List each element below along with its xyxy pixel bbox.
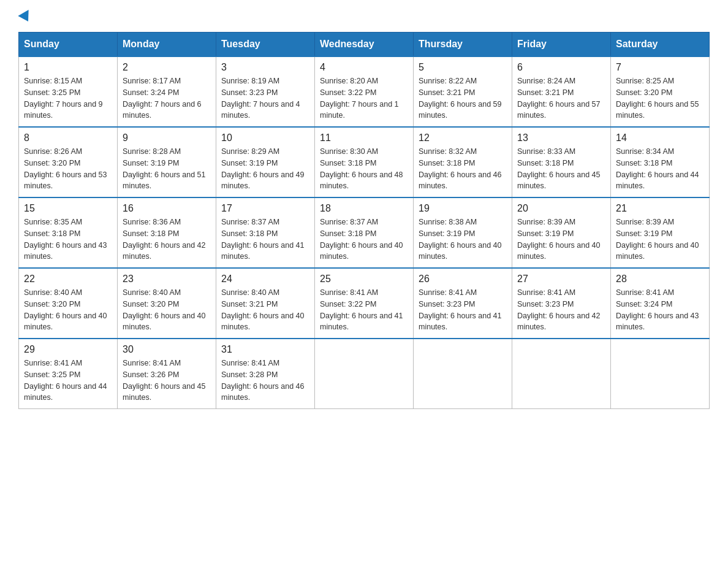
day-number: 28 [616, 274, 704, 285]
day-info: Sunrise: 8:24 AMSunset: 3:21 PMDaylight:… [517, 75, 605, 121]
header-tuesday: Tuesday [216, 33, 315, 57]
day-info: Sunrise: 8:41 AMSunset: 3:23 PMDaylight:… [419, 287, 507, 333]
calendar-table: Sunday Monday Tuesday Wednesday Thursday… [18, 32, 710, 409]
day-number: 7 [616, 62, 704, 73]
day-number: 18 [320, 203, 408, 214]
table-row: 7Sunrise: 8:25 AMSunset: 3:20 PMDaylight… [611, 56, 710, 127]
day-info: Sunrise: 8:41 AMSunset: 3:26 PMDaylight:… [123, 358, 211, 404]
day-number: 16 [123, 203, 211, 214]
table-row: 25Sunrise: 8:41 AMSunset: 3:22 PMDayligh… [315, 268, 414, 339]
table-row: 14Sunrise: 8:34 AMSunset: 3:18 PMDayligh… [611, 127, 710, 197]
day-number: 6 [517, 62, 605, 73]
table-row: 1Sunrise: 8:15 AMSunset: 3:25 PMDaylight… [19, 56, 118, 127]
table-row: 15Sunrise: 8:35 AMSunset: 3:18 PMDayligh… [19, 197, 118, 268]
day-info: Sunrise: 8:34 AMSunset: 3:18 PMDaylight:… [616, 146, 704, 192]
day-info: Sunrise: 8:41 AMSunset: 3:23 PMDaylight:… [517, 287, 605, 333]
calendar-week-row: 29Sunrise: 8:41 AMSunset: 3:25 PMDayligh… [19, 339, 710, 409]
table-row [512, 339, 611, 409]
day-info: Sunrise: 8:20 AMSunset: 3:22 PMDaylight:… [320, 75, 408, 121]
logo [18, 12, 33, 22]
day-info: Sunrise: 8:22 AMSunset: 3:21 PMDaylight:… [419, 75, 507, 121]
day-info: Sunrise: 8:17 AMSunset: 3:24 PMDaylight:… [123, 75, 211, 121]
header-monday: Monday [118, 33, 216, 57]
table-row: 22Sunrise: 8:40 AMSunset: 3:20 PMDayligh… [19, 268, 118, 339]
table-row: 28Sunrise: 8:41 AMSunset: 3:24 PMDayligh… [611, 268, 710, 339]
day-number: 22 [24, 274, 112, 285]
day-info: Sunrise: 8:37 AMSunset: 3:18 PMDaylight:… [320, 216, 408, 262]
day-number: 27 [517, 274, 605, 285]
table-row: 12Sunrise: 8:32 AMSunset: 3:18 PMDayligh… [414, 127, 512, 197]
day-number: 14 [616, 132, 704, 144]
day-number: 29 [24, 344, 112, 355]
day-info: Sunrise: 8:33 AMSunset: 3:18 PMDaylight:… [517, 146, 605, 192]
table-row: 3Sunrise: 8:19 AMSunset: 3:23 PMDaylight… [216, 56, 315, 127]
day-info: Sunrise: 8:40 AMSunset: 3:21 PMDaylight:… [221, 287, 309, 333]
day-number: 2 [123, 62, 211, 73]
day-number: 23 [123, 274, 211, 285]
day-number: 20 [517, 203, 605, 214]
day-info: Sunrise: 8:41 AMSunset: 3:24 PMDaylight:… [616, 287, 704, 333]
day-info: Sunrise: 8:29 AMSunset: 3:19 PMDaylight:… [221, 146, 309, 192]
page-header [18, 12, 710, 22]
calendar-week-row: 8Sunrise: 8:26 AMSunset: 3:20 PMDaylight… [19, 127, 710, 197]
table-row: 18Sunrise: 8:37 AMSunset: 3:18 PMDayligh… [315, 197, 414, 268]
table-row: 16Sunrise: 8:36 AMSunset: 3:18 PMDayligh… [118, 197, 216, 268]
day-info: Sunrise: 8:26 AMSunset: 3:20 PMDaylight:… [24, 146, 112, 192]
day-number: 12 [419, 132, 507, 144]
day-info: Sunrise: 8:39 AMSunset: 3:19 PMDaylight:… [517, 216, 605, 262]
day-number: 31 [221, 344, 309, 355]
day-info: Sunrise: 8:40 AMSunset: 3:20 PMDaylight:… [123, 287, 211, 333]
day-info: Sunrise: 8:41 AMSunset: 3:22 PMDaylight:… [320, 287, 408, 333]
day-info: Sunrise: 8:40 AMSunset: 3:20 PMDaylight:… [24, 287, 112, 333]
table-row: 29Sunrise: 8:41 AMSunset: 3:25 PMDayligh… [19, 339, 118, 409]
day-number: 15 [24, 203, 112, 214]
calendar-week-row: 22Sunrise: 8:40 AMSunset: 3:20 PMDayligh… [19, 268, 710, 339]
table-row [414, 339, 512, 409]
day-number: 3 [221, 62, 309, 73]
table-row: 19Sunrise: 8:38 AMSunset: 3:19 PMDayligh… [414, 197, 512, 268]
day-info: Sunrise: 8:39 AMSunset: 3:19 PMDaylight:… [616, 216, 704, 262]
table-row: 5Sunrise: 8:22 AMSunset: 3:21 PMDaylight… [414, 56, 512, 127]
day-info: Sunrise: 8:28 AMSunset: 3:19 PMDaylight:… [123, 146, 211, 192]
day-number: 9 [123, 132, 211, 144]
day-info: Sunrise: 8:41 AMSunset: 3:25 PMDaylight:… [24, 358, 112, 404]
day-info: Sunrise: 8:36 AMSunset: 3:18 PMDaylight:… [123, 216, 211, 262]
day-number: 30 [123, 344, 211, 355]
day-info: Sunrise: 8:25 AMSunset: 3:20 PMDaylight:… [616, 75, 704, 121]
table-row: 8Sunrise: 8:26 AMSunset: 3:20 PMDaylight… [19, 127, 118, 197]
table-row: 23Sunrise: 8:40 AMSunset: 3:20 PMDayligh… [118, 268, 216, 339]
table-row: 26Sunrise: 8:41 AMSunset: 3:23 PMDayligh… [414, 268, 512, 339]
day-number: 19 [419, 203, 507, 214]
header-friday: Friday [512, 33, 611, 57]
header-saturday: Saturday [611, 33, 710, 57]
header-thursday: Thursday [414, 33, 512, 57]
day-info: Sunrise: 8:35 AMSunset: 3:18 PMDaylight:… [24, 216, 112, 262]
day-number: 17 [221, 203, 309, 214]
table-row: 2Sunrise: 8:17 AMSunset: 3:24 PMDaylight… [118, 56, 216, 127]
day-number: 25 [320, 274, 408, 285]
table-row: 17Sunrise: 8:37 AMSunset: 3:18 PMDayligh… [216, 197, 315, 268]
header-wednesday: Wednesday [315, 33, 414, 57]
day-info: Sunrise: 8:19 AMSunset: 3:23 PMDaylight:… [221, 75, 309, 121]
table-row: 31Sunrise: 8:41 AMSunset: 3:28 PMDayligh… [216, 339, 315, 409]
day-number: 4 [320, 62, 408, 73]
table-row: 30Sunrise: 8:41 AMSunset: 3:26 PMDayligh… [118, 339, 216, 409]
day-number: 11 [320, 132, 408, 144]
table-row: 10Sunrise: 8:29 AMSunset: 3:19 PMDayligh… [216, 127, 315, 197]
table-row: 6Sunrise: 8:24 AMSunset: 3:21 PMDaylight… [512, 56, 611, 127]
table-row: 9Sunrise: 8:28 AMSunset: 3:19 PMDaylight… [118, 127, 216, 197]
day-number: 8 [24, 132, 112, 144]
day-number: 1 [24, 62, 112, 73]
day-number: 21 [616, 203, 704, 214]
day-number: 13 [517, 132, 605, 144]
day-info: Sunrise: 8:32 AMSunset: 3:18 PMDaylight:… [419, 146, 507, 192]
table-row: 13Sunrise: 8:33 AMSunset: 3:18 PMDayligh… [512, 127, 611, 197]
day-info: Sunrise: 8:41 AMSunset: 3:28 PMDaylight:… [221, 358, 309, 404]
day-info: Sunrise: 8:38 AMSunset: 3:19 PMDaylight:… [419, 216, 507, 262]
calendar-week-row: 15Sunrise: 8:35 AMSunset: 3:18 PMDayligh… [19, 197, 710, 268]
day-number: 26 [419, 274, 507, 285]
day-info: Sunrise: 8:15 AMSunset: 3:25 PMDaylight:… [24, 75, 112, 121]
logo-triangle-icon [18, 10, 33, 25]
table-row: 24Sunrise: 8:40 AMSunset: 3:21 PMDayligh… [216, 268, 315, 339]
table-row: 11Sunrise: 8:30 AMSunset: 3:18 PMDayligh… [315, 127, 414, 197]
